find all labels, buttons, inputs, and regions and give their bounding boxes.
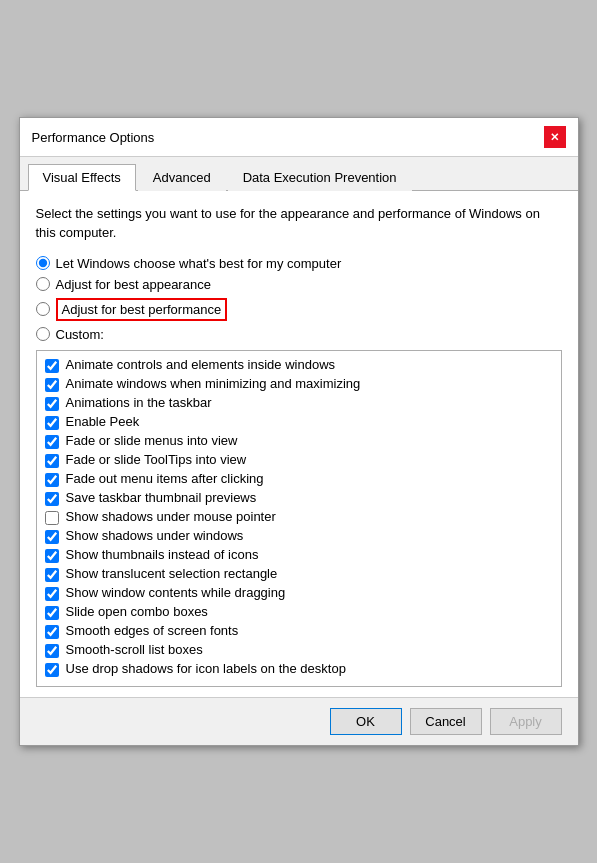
radio-item-best-appearance: Adjust for best appearance [36,277,562,292]
checkbox-label-smooth-scroll: Smooth-scroll list boxes [66,642,203,657]
radio-item-best-performance: Adjust for best performance [36,298,562,321]
tab-strip: Visual Effects Advanced Data Execution P… [20,157,578,191]
checkbox-label-shadows-windows: Show shadows under windows [66,528,244,543]
list-item: Animations in the taskbar [45,395,553,411]
radio-item-let-windows: Let Windows choose what's best for my co… [36,256,562,271]
radio-best-appearance-label: Adjust for best appearance [56,277,211,292]
list-item: Fade or slide ToolTips into view [45,452,553,468]
list-item: Show shadows under windows [45,528,553,544]
performance-options-dialog: Performance Options ✕ Visual Effects Adv… [19,117,579,745]
ok-button[interactable]: OK [330,708,402,735]
list-item: Fade or slide menus into view [45,433,553,449]
checkbox-window-contents-drag[interactable] [45,587,59,601]
list-item: Smooth-scroll list boxes [45,642,553,658]
checkbox-label-fade-menus: Fade or slide menus into view [66,433,238,448]
checkbox-label-fade-menu-items: Fade out menu items after clicking [66,471,264,486]
close-button[interactable]: ✕ [544,126,566,148]
checkbox-label-drop-shadows-icons: Use drop shadows for icon labels on the … [66,661,346,676]
cancel-button[interactable]: Cancel [410,708,482,735]
checkbox-shadows-mouse[interactable] [45,511,59,525]
radio-let-windows[interactable] [36,256,50,270]
list-item: Enable Peek [45,414,553,430]
tab-dep[interactable]: Data Execution Prevention [228,164,412,191]
checkbox-drop-shadows-icons[interactable] [45,663,59,677]
list-item: Use drop shadows for icon labels on the … [45,661,553,677]
checkbox-fade-menus[interactable] [45,435,59,449]
checkbox-label-fade-tooltips: Fade or slide ToolTips into view [66,452,247,467]
checkbox-label-animate-windows: Animate windows when minimizing and maxi… [66,376,361,391]
checkbox-label-translucent-selection: Show translucent selection rectangle [66,566,278,581]
tab-content: Select the settings you want to use for … [20,191,578,696]
checkbox-fade-tooltips[interactable] [45,454,59,468]
checkbox-label-enable-peek: Enable Peek [66,414,140,429]
checkbox-slide-combo[interactable] [45,606,59,620]
checkbox-smooth-scroll[interactable] [45,644,59,658]
checkbox-label-slide-combo: Slide open combo boxes [66,604,208,619]
radio-custom-label: Custom: [56,327,104,342]
highlighted-label-wrapper: Adjust for best performance [56,298,228,321]
list-item: Show shadows under mouse pointer [45,509,553,525]
radio-best-appearance[interactable] [36,277,50,291]
list-item: Show window contents while dragging [45,585,553,601]
visual-effects-radio-group: Let Windows choose what's best for my co… [36,256,562,342]
radio-best-performance[interactable] [36,302,50,316]
radio-best-performance-label: Adjust for best performance [62,302,222,317]
dialog-title: Performance Options [32,130,155,145]
checkbox-animate-windows[interactable] [45,378,59,392]
checkbox-translucent-selection[interactable] [45,568,59,582]
checkbox-label-thumbnails-icons: Show thumbnails instead of icons [66,547,259,562]
checkbox-thumbnails-icons[interactable] [45,549,59,563]
description-text: Select the settings you want to use for … [36,205,562,241]
list-item: Save taskbar thumbnail previews [45,490,553,506]
list-item: Show translucent selection rectangle [45,566,553,582]
radio-item-custom: Custom: [36,327,562,342]
checkbox-shadows-windows[interactable] [45,530,59,544]
checkbox-label-animations-taskbar: Animations in the taskbar [66,395,212,410]
list-item: Smooth edges of screen fonts [45,623,553,639]
list-item: Animate windows when minimizing and maxi… [45,376,553,392]
apply-button[interactable]: Apply [490,708,562,735]
list-item: Animate controls and elements inside win… [45,357,553,373]
checkbox-taskbar-thumbnails[interactable] [45,492,59,506]
tab-visual-effects[interactable]: Visual Effects [28,164,136,191]
list-item: Fade out menu items after clicking [45,471,553,487]
visual-effects-checkbox-list[interactable]: Animate controls and elements inside win… [36,350,562,687]
checkbox-enable-peek[interactable] [45,416,59,430]
checkbox-label-taskbar-thumbnails: Save taskbar thumbnail previews [66,490,257,505]
checkbox-label-animate-controls: Animate controls and elements inside win… [66,357,336,372]
title-bar: Performance Options ✕ [20,118,578,157]
checkbox-animations-taskbar[interactable] [45,397,59,411]
list-item: Slide open combo boxes [45,604,553,620]
dialog-footer: OK Cancel Apply [20,697,578,745]
radio-custom[interactable] [36,327,50,341]
checkbox-animate-controls[interactable] [45,359,59,373]
checkbox-label-smooth-edges: Smooth edges of screen fonts [66,623,239,638]
checkbox-label-shadows-mouse: Show shadows under mouse pointer [66,509,276,524]
checkbox-fade-menu-items[interactable] [45,473,59,487]
radio-let-windows-label: Let Windows choose what's best for my co… [56,256,342,271]
list-item: Show thumbnails instead of icons [45,547,553,563]
checkbox-label-window-contents-drag: Show window contents while dragging [66,585,286,600]
checkbox-smooth-edges[interactable] [45,625,59,639]
tab-advanced[interactable]: Advanced [138,164,226,191]
